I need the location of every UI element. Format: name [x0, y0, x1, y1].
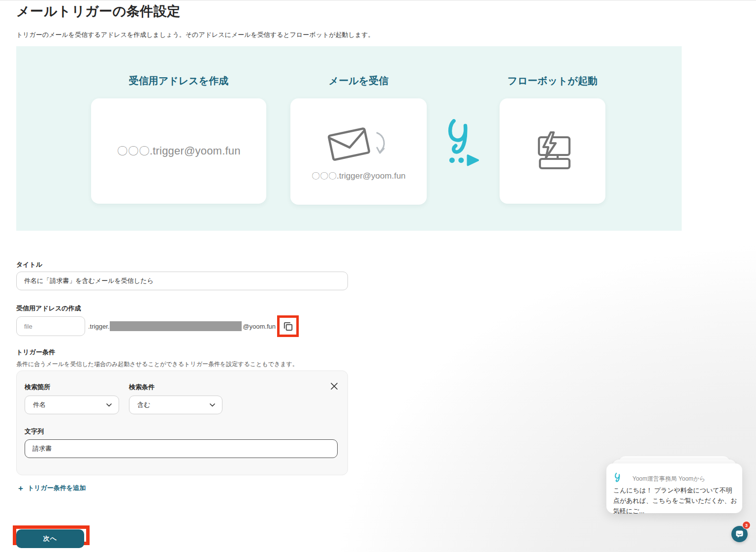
title-input[interactable] [16, 272, 348, 290]
step3-heading: フローボットが起動 [500, 74, 605, 88]
copy-icon [283, 321, 294, 332]
yoom-logo-icon [614, 472, 623, 485]
chevron-down-icon [106, 403, 112, 407]
chevron-down-icon [210, 403, 215, 407]
chat-bubble-icon [735, 530, 744, 538]
search-location-value: 件名 [33, 400, 46, 409]
next-button[interactable]: 次へ [16, 529, 84, 548]
address-label: 受信用アドレスの作成 [16, 304, 81, 313]
copy-annotation-box [277, 315, 299, 337]
trigger-heading: トリガー条件 [16, 348, 55, 357]
add-condition-link[interactable]: + トリガー条件を追加 [18, 484, 86, 492]
address-prefix-text: .trigger. [88, 323, 109, 330]
chat-header: Yoom運営事務局 Yoomから [632, 475, 705, 483]
sample-address-text: 〇〇〇.trigger@yoom.fun [312, 170, 406, 182]
chat-header-row: Yoom運営事務局 Yoomから [614, 472, 705, 485]
address-redaction-bar [110, 321, 242, 331]
envelope-icon [322, 122, 396, 165]
add-condition-label: トリガー条件を追加 [28, 484, 86, 492]
yoom-squiggle-icon [445, 119, 483, 168]
step2-card: 〇〇〇.trigger@yoom.fun [290, 98, 427, 205]
sample-address-text: 〇〇〇.trigger@yoom.fun [117, 144, 240, 158]
address-domain-text: @yoom.fun [243, 323, 276, 330]
remove-condition-button[interactable] [330, 382, 339, 391]
step3-card [500, 98, 605, 204]
step2-heading: メールを受信 [290, 74, 427, 88]
search-condition-label: 検索条件 [129, 383, 155, 392]
page-title: メールトリガーの条件設定 [16, 2, 181, 20]
string-label: 文字列 [25, 427, 44, 436]
steps-banner: 受信用アドレスを作成 〇〇〇.trigger@yoom.fun メールを受信 〇… [16, 46, 682, 231]
search-condition-select[interactable]: 含む [129, 396, 222, 414]
search-location-label: 検索箇所 [25, 383, 50, 392]
chat-message: こんにちは！ プランや料金について不明点があれば、こちらをご覧いただくか、お気軽… [613, 485, 737, 516]
address-row: .trigger. @yoom.fun [16, 316, 299, 336]
copy-button[interactable] [283, 321, 294, 332]
trigger-description: 条件に合うメールを受信した場合のみ起動させることができるトリガー条件を設定するこ… [16, 360, 298, 368]
address-local-input[interactable] [16, 316, 85, 336]
notification-badge: 3 [743, 521, 750, 529]
plus-icon: + [18, 484, 23, 492]
mail-trigger-settings-page: メールトリガーの条件設定 トリガーのメールを受信するアドレスを作成しましょう。そ… [0, 0, 756, 552]
title-label: タイトル [16, 260, 42, 269]
search-condition-value: 含む [137, 400, 150, 409]
step1-heading: 受信用アドレスを作成 [91, 74, 266, 88]
step1-card: 〇〇〇.trigger@yoom.fun [91, 98, 266, 204]
string-input[interactable] [25, 439, 338, 458]
page-subtitle: トリガーのメールを受信するアドレスを作成しましょう。そのアドレスにメールを受信す… [16, 31, 375, 39]
flowbot-icon [531, 129, 574, 173]
chat-message-card[interactable]: Yoom運営事務局 Yoomから こんにちは！ プランや料金について不明点があれ… [606, 463, 742, 513]
close-icon [330, 382, 338, 390]
search-location-select[interactable]: 件名 [25, 396, 119, 414]
trigger-condition-card: 検索箇所 件名 検索条件 含む 文字列 [16, 370, 348, 475]
